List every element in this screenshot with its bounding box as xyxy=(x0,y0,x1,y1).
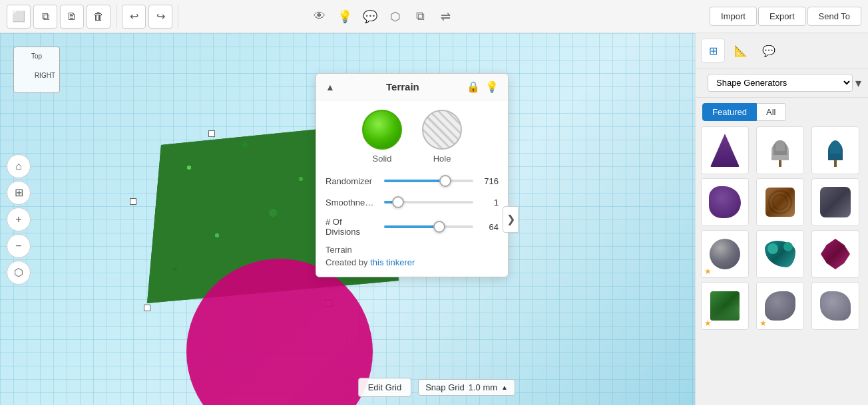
view-cube-box: Top RIGHT xyxy=(13,47,60,93)
terrain-panel: ▲ Terrain 🔒 💡 Solid Hole xyxy=(316,73,509,277)
randomizer-slider-wrap xyxy=(384,174,473,188)
delete-button[interactable]: 🗑 xyxy=(87,5,110,29)
edit-grid-button[interactable]: Edit Grid xyxy=(358,378,412,397)
randomizer-slider[interactable] xyxy=(384,180,473,182)
view-cube[interactable]: Top RIGHT xyxy=(13,47,67,100)
star-badge-2: ★ xyxy=(704,319,712,328)
shape-item-crystal[interactable] xyxy=(811,230,859,278)
selection-handle[interactable] xyxy=(130,198,136,205)
shape-rock2-inner xyxy=(763,289,797,323)
send-to-button[interactable]: Send To xyxy=(807,7,861,26)
layers-icon[interactable]: ⧉ xyxy=(411,7,431,27)
dropdown-arrow-icon[interactable]: ▾ xyxy=(855,76,861,90)
export-button[interactable]: Export xyxy=(758,7,806,26)
tab-all[interactable]: All xyxy=(757,103,785,121)
solid-toggle[interactable]: Solid xyxy=(362,110,402,164)
star-badge: ★ xyxy=(704,267,712,276)
smoothness-slider-wrap xyxy=(384,196,473,209)
shape-item-rock2[interactable]: ★ xyxy=(756,282,804,330)
zoom-out-button[interactable]: − xyxy=(7,234,31,258)
shape-item-stone3[interactable] xyxy=(811,282,859,330)
perspective-button[interactable]: ⬡ xyxy=(7,261,31,285)
shape-log-visual xyxy=(765,188,795,217)
shape-item-tree2[interactable] xyxy=(756,126,804,174)
undo-button[interactable]: ↩ xyxy=(122,5,146,29)
right-tab-grid-icon[interactable]: ⊞ xyxy=(701,39,725,63)
shape-blob-visual xyxy=(709,186,741,218)
divisions-row: # Of Divisions 64 xyxy=(326,217,499,237)
zoom-in-button[interactable]: + xyxy=(7,207,31,231)
cube-top-label: Top xyxy=(31,53,42,60)
shape-log-inner xyxy=(763,185,797,219)
shape-item-tree1[interactable] xyxy=(701,126,749,174)
shape-rock2-visual xyxy=(765,291,795,321)
right-tab-ruler-icon[interactable]: 📐 xyxy=(729,39,753,63)
camera-view-icon[interactable]: 👁 xyxy=(310,7,329,27)
shape-item-tree3[interactable] xyxy=(811,126,859,174)
shape-stone-dark-visual xyxy=(820,187,851,217)
created-by-link[interactable]: this tinkerer xyxy=(370,257,415,267)
redo-button[interactable]: ↪ xyxy=(148,5,172,29)
import-button[interactable]: Import xyxy=(710,7,757,26)
box-icon[interactable]: ⬡ xyxy=(385,7,405,27)
randomizer-row: Randomizer 716 xyxy=(326,174,499,188)
shape-tree2-inner xyxy=(763,133,797,168)
randomizer-label: Randomizer xyxy=(326,176,379,186)
viewport[interactable]: Top RIGHT ⌂ ⊞ + − ⬡ xyxy=(0,33,695,405)
home-view-button[interactable]: ⌂ xyxy=(7,154,31,178)
fit-view-button[interactable]: ⊞ xyxy=(7,181,31,205)
snap-grid-row: Snap Grid 1.0 mm ▲ xyxy=(418,379,515,396)
shape-crystal-visual xyxy=(821,239,850,269)
snap-grid-up-arrow[interactable]: ▲ xyxy=(501,384,508,391)
divisions-value: 64 xyxy=(479,222,499,232)
shape-terrain-gen-inner xyxy=(708,289,742,323)
smoothness-label: Smoothne… xyxy=(326,198,379,207)
right-panel: ⊞ 📐 💬 Shape Generators ▾ Featured All xyxy=(695,33,868,405)
selection-handle[interactable] xyxy=(208,130,215,137)
terrain-panel-collapse-btn[interactable]: ▲ xyxy=(326,82,335,92)
divisions-slider[interactable] xyxy=(384,225,473,228)
panel-expand-arrow[interactable]: ❯ xyxy=(503,206,519,233)
terrain-label-row: Terrain xyxy=(326,245,499,255)
shape-grid: ★ xyxy=(696,121,868,405)
duplicate-button[interactable]: 🗎 xyxy=(60,5,84,29)
toolbar-right-group: Import Export Send To xyxy=(710,7,861,26)
comment-icon[interactable]: 💬 xyxy=(360,7,380,27)
shape-item-blob[interactable] xyxy=(701,178,749,226)
mirror-icon[interactable]: ⇌ xyxy=(436,7,456,27)
solid-label: Solid xyxy=(373,154,392,164)
light-icon[interactable]: 💡 xyxy=(335,7,355,27)
shape-item-terrain-gen[interactable]: ★ xyxy=(701,282,749,330)
divisions-label: # Of Divisions xyxy=(326,217,379,237)
toolbar-history-group: ↩ ↪ xyxy=(122,5,178,29)
shape-tree3-visual xyxy=(821,134,850,167)
randomizer-value: 716 xyxy=(479,176,499,186)
divisions-slider-wrap xyxy=(384,220,473,233)
shape-toggles: Solid Hole xyxy=(326,110,499,164)
shape-bush-visual xyxy=(765,241,795,267)
shape-generators-dropdown[interactable]: Shape Generators xyxy=(708,74,853,92)
selection-handle[interactable] xyxy=(144,305,150,311)
shape-item-log[interactable] xyxy=(756,178,804,226)
solid-circle xyxy=(362,110,402,150)
panel-info-icon[interactable]: 💡 xyxy=(485,80,499,93)
view-icons-group: 👁 💡 💬 ⬡ ⧉ ⇌ xyxy=(310,7,456,27)
hole-toggle[interactable]: Hole xyxy=(422,110,462,164)
hole-circle xyxy=(422,110,462,150)
terrain-panel-body: Solid Hole Randomizer 716 xyxy=(316,100,508,277)
shape-tree3-inner xyxy=(818,133,853,168)
snap-grid-label: Snap Grid xyxy=(425,382,465,392)
shape-item-bush[interactable] xyxy=(756,230,804,278)
bottom-bar: Edit Grid Snap Grid 1.0 mm ▲ xyxy=(358,378,515,397)
smoothness-slider[interactable] xyxy=(384,201,473,203)
panel-lock-icon[interactable]: 🔒 xyxy=(467,80,480,93)
shape-generators-header: Shape Generators ▾ xyxy=(696,68,868,98)
hole-label: Hole xyxy=(433,154,451,164)
new-button[interactable]: ⬜ xyxy=(7,5,31,29)
shape-item-stone-round[interactable]: ★ xyxy=(701,230,749,278)
tab-featured[interactable]: Featured xyxy=(702,103,757,121)
shape-item-stone-dark[interactable] xyxy=(811,178,859,226)
right-tab-chat-icon[interactable]: 💬 xyxy=(757,39,781,63)
smoothness-value: 1 xyxy=(479,198,499,207)
copy-button[interactable]: ⧉ xyxy=(33,5,57,29)
